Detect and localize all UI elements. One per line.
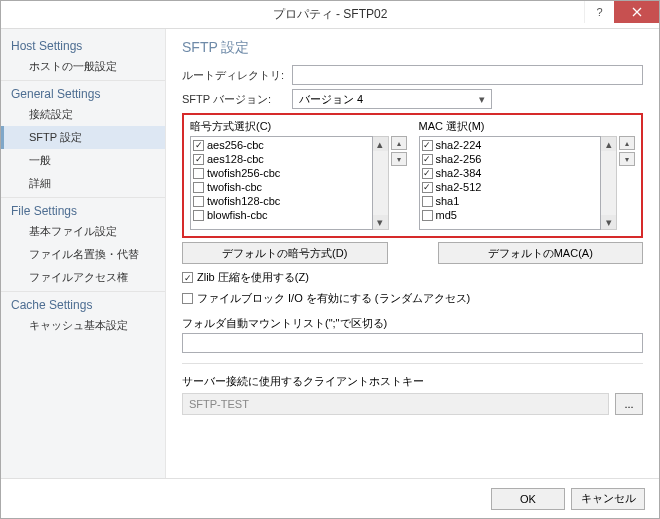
sidebar-item-cache[interactable]: キャッシュ基本設定 [1, 314, 165, 337]
cipher-scrollbar[interactable]: ▴ ▾ [373, 136, 389, 230]
checkbox[interactable]: ✓ [193, 154, 204, 165]
scroll-down-icon[interactable]: ▾ [601, 215, 616, 229]
checkbox[interactable]: ✓ [193, 140, 204, 151]
dialog-footer: OK キャンセル [1, 478, 659, 518]
mac-move-down[interactable]: ▾ [619, 152, 635, 166]
sidebar-item-file-basic[interactable]: 基本ファイル設定 [1, 220, 165, 243]
checkbox[interactable]: ✓ [422, 182, 433, 193]
titlebar: プロパティ - SFTP02 ? [1, 1, 659, 29]
list-item[interactable]: ✓aes128-cbc [191, 152, 372, 166]
scroll-up-icon[interactable]: ▴ [373, 137, 388, 151]
list-item-label: twofish128-cbc [207, 194, 280, 208]
ok-button[interactable]: OK [491, 488, 565, 510]
property-dialog: プロパティ - SFTP02 ? Host Settings ホストの一般設定 … [0, 0, 660, 519]
sidebar-group-cache: Cache Settings [1, 294, 165, 314]
checkbox[interactable] [422, 196, 433, 207]
default-cipher-button[interactable]: デフォルトの暗号方式(D) [182, 242, 388, 264]
checkbox[interactable]: ✓ [422, 140, 433, 151]
window-title: プロパティ - SFTP02 [273, 6, 388, 23]
list-item-label: aes256-cbc [207, 138, 264, 152]
list-item[interactable]: ✓sha2-224 [420, 138, 601, 152]
list-item-label: sha1 [436, 194, 460, 208]
list-item[interactable]: ✓sha2-256 [420, 152, 601, 166]
list-item[interactable]: ✓sha2-512 [420, 180, 601, 194]
cipher-label: 暗号方式選択(C) [190, 119, 407, 134]
list-item[interactable]: twofish256-cbc [191, 166, 372, 180]
automount-label: フォルダ自動マウントリスト(";"で区切る) [182, 316, 643, 331]
version-value: バージョン 4 [299, 92, 363, 107]
close-button[interactable] [614, 1, 659, 23]
sidebar-item-file-perm[interactable]: ファイルアクセス権 [1, 266, 165, 289]
default-mac-button[interactable]: デフォルトのMAC(A) [438, 242, 644, 264]
checkbox[interactable] [422, 210, 433, 221]
sidebar-group-general: General Settings [1, 83, 165, 103]
list-item-label: aes128-cbc [207, 152, 264, 166]
list-item[interactable]: sha1 [420, 194, 601, 208]
version-select[interactable]: バージョン 4 ▾ [292, 89, 492, 109]
root-dir-input[interactable] [292, 65, 643, 85]
version-label: SFTP バージョン: [182, 92, 292, 107]
page-title: SFTP 設定 [182, 39, 643, 57]
scroll-up-icon[interactable]: ▴ [601, 137, 616, 151]
list-item[interactable]: twofish-cbc [191, 180, 372, 194]
fileblock-label: ファイルブロック I/O を有効にする (ランダムアクセス) [197, 291, 470, 306]
hostkey-field: SFTP-TEST [182, 393, 609, 415]
list-item[interactable]: ✓sha2-384 [420, 166, 601, 180]
checkbox[interactable]: ✓ [422, 154, 433, 165]
chevron-down-icon: ▾ [475, 91, 489, 107]
help-button[interactable]: ? [584, 1, 614, 23]
sidebar-item-sftp[interactable]: SFTP 設定 [1, 126, 165, 149]
mac-scrollbar[interactable]: ▴ ▾ [601, 136, 617, 230]
list-item[interactable]: twofish128-cbc [191, 194, 372, 208]
cipher-listbox[interactable]: ✓aes256-cbc✓aes128-cbctwofish256-cbctwof… [190, 136, 373, 230]
cipher-move-up[interactable]: ▴ [391, 136, 407, 150]
checkbox[interactable]: ✓ [422, 168, 433, 179]
list-item-label: sha2-256 [436, 152, 482, 166]
scroll-down-icon[interactable]: ▾ [373, 215, 388, 229]
list-item-label: blowfish-cbc [207, 208, 268, 222]
zlib-label: Zlib 圧縮を使用する(Z) [197, 270, 309, 285]
list-item-label: twofish-cbc [207, 180, 262, 194]
highlight-box: 暗号方式選択(C) ✓aes256-cbc✓aes128-cbctwofish2… [182, 113, 643, 238]
list-item-label: sha2-224 [436, 138, 482, 152]
mac-label: MAC 選択(M) [419, 119, 636, 134]
sidebar-group-file: File Settings [1, 200, 165, 220]
checkbox[interactable] [193, 196, 204, 207]
sidebar-item-general[interactable]: 一般 [1, 149, 165, 172]
main-panel: SFTP 設定 ルートディレクトリ: SFTP バージョン: バージョン 4 ▾… [166, 29, 659, 478]
sidebar-item-detail[interactable]: 詳細 [1, 172, 165, 195]
cancel-button[interactable]: キャンセル [571, 488, 645, 510]
fileblock-checkbox[interactable] [182, 293, 193, 304]
checkbox[interactable] [193, 182, 204, 193]
automount-input[interactable] [182, 333, 643, 353]
mac-listbox[interactable]: ✓sha2-224✓sha2-256✓sha2-384✓sha2-512sha1… [419, 136, 602, 230]
sidebar-item-connection[interactable]: 接続設定 [1, 103, 165, 126]
list-item-label: md5 [436, 208, 457, 222]
hostkey-label: サーバー接続に使用するクライアントホストキー [182, 374, 643, 389]
cipher-move-down[interactable]: ▾ [391, 152, 407, 166]
zlib-checkbox[interactable]: ✓ [182, 272, 193, 283]
checkbox[interactable] [193, 210, 204, 221]
sidebar-item-host-general[interactable]: ホストの一般設定 [1, 55, 165, 78]
list-item-label: sha2-512 [436, 180, 482, 194]
list-item[interactable]: blowfish-cbc [191, 208, 372, 222]
sidebar-item-file-rename[interactable]: ファイル名置換・代替 [1, 243, 165, 266]
list-item-label: twofish256-cbc [207, 166, 280, 180]
list-item[interactable]: ✓aes256-cbc [191, 138, 372, 152]
hostkey-browse-button[interactable]: ... [615, 393, 643, 415]
root-dir-label: ルートディレクトリ: [182, 68, 292, 83]
sidebar-group-host: Host Settings [1, 35, 165, 55]
mac-move-up[interactable]: ▴ [619, 136, 635, 150]
sidebar: Host Settings ホストの一般設定 General Settings … [1, 29, 166, 478]
checkbox[interactable] [193, 168, 204, 179]
list-item-label: sha2-384 [436, 166, 482, 180]
list-item[interactable]: md5 [420, 208, 601, 222]
